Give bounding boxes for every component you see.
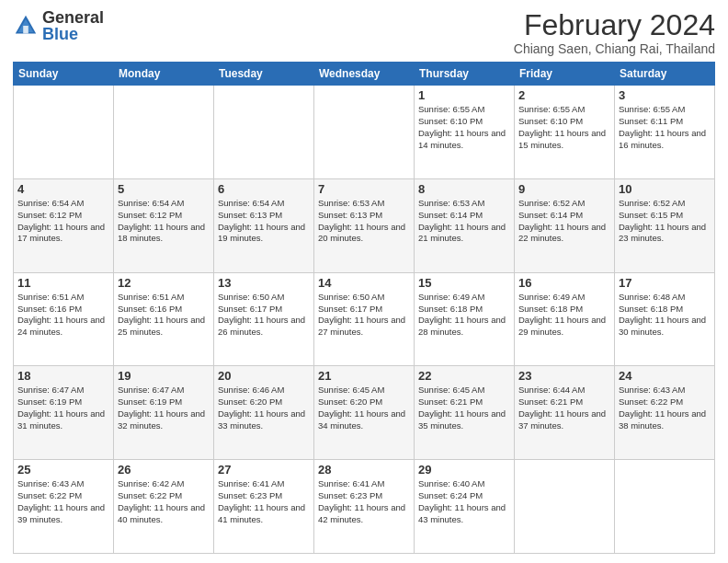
logo-text: General Blue bbox=[42, 9, 104, 42]
cell-info: Sunrise: 6:53 AMSunset: 6:14 PMDaylight:… bbox=[418, 198, 510, 245]
logo: General Blue bbox=[13, 9, 104, 42]
cell-info: Sunrise: 6:44 AMSunset: 6:21 PMDaylight:… bbox=[518, 385, 610, 431]
cell-info: Sunrise: 6:46 AMSunset: 6:20 PMDaylight:… bbox=[218, 385, 310, 431]
cell-day-number: 13 bbox=[218, 276, 310, 290]
table-row: 25Sunrise: 6:43 AMSunset: 6:22 PMDayligh… bbox=[14, 460, 114, 554]
table-row: 26Sunrise: 6:42 AMSunset: 6:22 PMDayligh… bbox=[114, 460, 214, 554]
cell-day-number: 25 bbox=[17, 463, 109, 477]
table-row: 21Sunrise: 6:45 AMSunset: 6:20 PMDayligh… bbox=[314, 366, 415, 460]
table-row: 8Sunrise: 6:53 AMSunset: 6:14 PMDaylight… bbox=[415, 178, 515, 272]
table-row: 14Sunrise: 6:50 AMSunset: 6:17 PMDayligh… bbox=[314, 272, 415, 366]
table-row: 28Sunrise: 6:41 AMSunset: 6:23 PMDayligh… bbox=[314, 460, 415, 554]
table-row: 3Sunrise: 6:55 AMSunset: 6:11 PMDaylight… bbox=[615, 86, 715, 179]
cell-info: Sunrise: 6:43 AMSunset: 6:22 PMDaylight:… bbox=[17, 478, 109, 525]
cell-day-number: 1 bbox=[418, 88, 510, 102]
cell-day-number: 22 bbox=[418, 369, 510, 383]
table-row: 10Sunrise: 6:52 AMSunset: 6:15 PMDayligh… bbox=[615, 178, 715, 272]
cell-day-number: 3 bbox=[619, 88, 711, 102]
calendar-week-row: 4Sunrise: 6:54 AMSunset: 6:12 PMDaylight… bbox=[14, 178, 715, 272]
table-row bbox=[14, 86, 114, 179]
table-row: 19Sunrise: 6:47 AMSunset: 6:19 PMDayligh… bbox=[114, 366, 214, 460]
svg-rect-2 bbox=[23, 26, 28, 33]
cell-info: Sunrise: 6:54 AMSunset: 6:12 PMDaylight:… bbox=[118, 198, 210, 245]
cell-day-number: 9 bbox=[518, 182, 610, 196]
cell-day-number: 10 bbox=[619, 182, 711, 196]
col-friday: Friday bbox=[515, 63, 615, 86]
title-block: February 2024 Chiang Saen, Chiang Rai, T… bbox=[514, 9, 715, 56]
table-row: 27Sunrise: 6:41 AMSunset: 6:23 PMDayligh… bbox=[214, 460, 314, 554]
table-row: 11Sunrise: 6:51 AMSunset: 6:16 PMDayligh… bbox=[14, 272, 114, 366]
cell-day-number: 2 bbox=[518, 88, 610, 102]
table-row: 15Sunrise: 6:49 AMSunset: 6:18 PMDayligh… bbox=[415, 272, 515, 366]
table-row bbox=[314, 86, 415, 179]
table-row: 23Sunrise: 6:44 AMSunset: 6:21 PMDayligh… bbox=[515, 366, 615, 460]
main-title: February 2024 bbox=[514, 9, 715, 41]
cell-info: Sunrise: 6:41 AMSunset: 6:23 PMDaylight:… bbox=[218, 478, 310, 525]
cell-day-number: 17 bbox=[619, 276, 711, 290]
cell-info: Sunrise: 6:45 AMSunset: 6:21 PMDaylight:… bbox=[418, 385, 510, 431]
cell-day-number: 11 bbox=[17, 276, 109, 290]
col-sunday: Sunday bbox=[14, 63, 114, 86]
table-row: 1Sunrise: 6:55 AMSunset: 6:10 PMDaylight… bbox=[415, 86, 515, 179]
calendar-week-row: 1Sunrise: 6:55 AMSunset: 6:10 PMDaylight… bbox=[14, 86, 715, 179]
cell-day-number: 19 bbox=[118, 369, 210, 383]
col-monday: Monday bbox=[114, 63, 214, 86]
cell-day-number: 6 bbox=[218, 182, 310, 196]
table-row: 29Sunrise: 6:40 AMSunset: 6:24 PMDayligh… bbox=[415, 460, 515, 554]
cell-info: Sunrise: 6:52 AMSunset: 6:14 PMDaylight:… bbox=[518, 198, 610, 245]
cell-info: Sunrise: 6:55 AMSunset: 6:10 PMDaylight:… bbox=[418, 104, 510, 151]
col-wednesday: Wednesday bbox=[314, 63, 415, 86]
cell-info: Sunrise: 6:45 AMSunset: 6:20 PMDaylight:… bbox=[318, 385, 410, 431]
col-thursday: Thursday bbox=[415, 63, 515, 86]
cell-day-number: 20 bbox=[218, 369, 310, 383]
table-row: 4Sunrise: 6:54 AMSunset: 6:12 PMDaylight… bbox=[14, 178, 114, 272]
cell-info: Sunrise: 6:41 AMSunset: 6:23 PMDaylight:… bbox=[318, 478, 410, 525]
calendar-header-row: Sunday Monday Tuesday Wednesday Thursday… bbox=[14, 63, 715, 86]
cell-day-number: 26 bbox=[118, 463, 210, 477]
logo-icon bbox=[13, 13, 39, 39]
calendar-table: Sunday Monday Tuesday Wednesday Thursday… bbox=[13, 62, 715, 554]
subtitle: Chiang Saen, Chiang Rai, Thailand bbox=[514, 41, 715, 56]
cell-day-number: 15 bbox=[418, 276, 510, 290]
table-row: 24Sunrise: 6:43 AMSunset: 6:22 PMDayligh… bbox=[615, 366, 715, 460]
cell-day-number: 5 bbox=[118, 182, 210, 196]
logo-blue-label: Blue bbox=[42, 26, 104, 42]
header: General Blue February 2024 Chiang Saen, … bbox=[13, 9, 715, 56]
calendar-week-row: 11Sunrise: 6:51 AMSunset: 6:16 PMDayligh… bbox=[14, 272, 715, 366]
col-saturday: Saturday bbox=[615, 63, 715, 86]
cell-day-number: 12 bbox=[118, 276, 210, 290]
table-row: 6Sunrise: 6:54 AMSunset: 6:13 PMDaylight… bbox=[214, 178, 314, 272]
table-row: 13Sunrise: 6:50 AMSunset: 6:17 PMDayligh… bbox=[214, 272, 314, 366]
cell-day-number: 16 bbox=[518, 276, 610, 290]
table-row: 2Sunrise: 6:55 AMSunset: 6:10 PMDaylight… bbox=[515, 86, 615, 179]
logo-general-label: General bbox=[42, 9, 104, 26]
cell-info: Sunrise: 6:55 AMSunset: 6:11 PMDaylight:… bbox=[619, 104, 711, 151]
table-row: 18Sunrise: 6:47 AMSunset: 6:19 PMDayligh… bbox=[14, 366, 114, 460]
cell-day-number: 8 bbox=[418, 182, 510, 196]
cell-day-number: 28 bbox=[318, 463, 410, 477]
table-row: 12Sunrise: 6:51 AMSunset: 6:16 PMDayligh… bbox=[114, 272, 214, 366]
cell-info: Sunrise: 6:40 AMSunset: 6:24 PMDaylight:… bbox=[418, 478, 510, 525]
cell-day-number: 4 bbox=[17, 182, 109, 196]
cell-info: Sunrise: 6:50 AMSunset: 6:17 PMDaylight:… bbox=[218, 292, 310, 339]
table-row: 20Sunrise: 6:46 AMSunset: 6:20 PMDayligh… bbox=[214, 366, 314, 460]
table-row: 5Sunrise: 6:54 AMSunset: 6:12 PMDaylight… bbox=[114, 178, 214, 272]
cell-day-number: 18 bbox=[17, 369, 109, 383]
table-row bbox=[615, 460, 715, 554]
cell-info: Sunrise: 6:54 AMSunset: 6:13 PMDaylight:… bbox=[218, 198, 310, 245]
table-row: 9Sunrise: 6:52 AMSunset: 6:14 PMDaylight… bbox=[515, 178, 615, 272]
page: General Blue February 2024 Chiang Saen, … bbox=[0, 0, 728, 563]
cell-info: Sunrise: 6:55 AMSunset: 6:10 PMDaylight:… bbox=[518, 104, 610, 151]
cell-day-number: 29 bbox=[418, 463, 510, 477]
cell-info: Sunrise: 6:53 AMSunset: 6:13 PMDaylight:… bbox=[318, 198, 410, 245]
table-row bbox=[515, 460, 615, 554]
cell-day-number: 21 bbox=[318, 369, 410, 383]
cell-info: Sunrise: 6:47 AMSunset: 6:19 PMDaylight:… bbox=[17, 385, 109, 431]
cell-info: Sunrise: 6:43 AMSunset: 6:22 PMDaylight:… bbox=[619, 385, 711, 431]
cell-info: Sunrise: 6:51 AMSunset: 6:16 PMDaylight:… bbox=[118, 292, 210, 339]
cell-info: Sunrise: 6:47 AMSunset: 6:19 PMDaylight:… bbox=[118, 385, 210, 431]
calendar-week-row: 18Sunrise: 6:47 AMSunset: 6:19 PMDayligh… bbox=[14, 366, 715, 460]
table-row: 22Sunrise: 6:45 AMSunset: 6:21 PMDayligh… bbox=[415, 366, 515, 460]
table-row bbox=[214, 86, 314, 179]
cell-day-number: 14 bbox=[318, 276, 410, 290]
